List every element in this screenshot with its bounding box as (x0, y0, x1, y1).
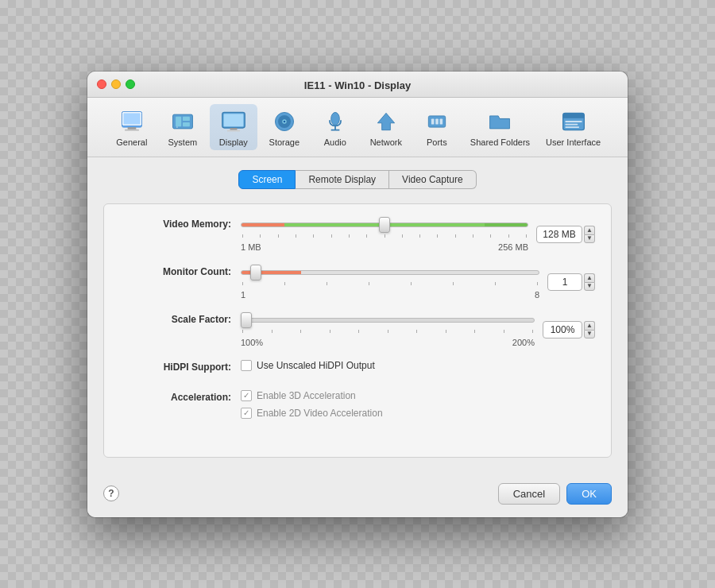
settings-panel: Video Memory: (103, 203, 612, 458)
video-memory-up[interactable]: ▲ (584, 226, 595, 234)
svg-point-9 (176, 126, 178, 128)
toolbar-label-storage: Storage (269, 137, 300, 147)
svg-rect-22 (431, 118, 435, 124)
monitor-count-label: Monitor Count: (120, 265, 231, 277)
monitor-count-value-box: ▲ ▼ (547, 273, 595, 291)
video-memory-row: Video Memory: (120, 217, 595, 252)
cancel-button[interactable]: Cancel (498, 483, 560, 505)
svg-rect-3 (128, 127, 137, 130)
scale-factor-row: Scale Factor: (120, 312, 595, 347)
tab-bar: Screen Remote Display Video Capture (103, 170, 612, 189)
video-memory-input[interactable] (536, 226, 582, 243)
monitor-count-thumb[interactable] (250, 265, 261, 280)
window-title: IE11 - Win10 - Display (304, 79, 411, 91)
toolbar: General System (87, 98, 628, 157)
toolbar-item-network[interactable]: Network (362, 104, 410, 150)
toolbar-item-general[interactable]: General (108, 104, 156, 150)
scale-factor-input[interactable] (543, 321, 582, 338)
video-memory-stepper: ▲ ▼ (584, 226, 595, 243)
video-memory-max: 256 MB (498, 242, 528, 252)
scale-factor-value-box: ▲ ▼ (543, 321, 595, 338)
svg-rect-8 (183, 122, 190, 126)
monitor-count-min: 1 (241, 290, 245, 300)
svg-rect-6 (176, 116, 181, 126)
acceleration-control: ✓ Enable 3D Acceleration ✓ Enable 2D Vid… (241, 390, 595, 425)
tab-video-capture[interactable]: Video Capture (389, 170, 477, 189)
tab-screen[interactable]: Screen (238, 170, 296, 189)
video-memory-control: 1 MB 256 MB ▲ ▼ (241, 217, 595, 252)
svg-rect-11 (223, 114, 243, 126)
svg-rect-12 (230, 128, 237, 130)
acceleration-3d-checkbox[interactable]: ✓ (241, 390, 252, 401)
toolbar-item-audio[interactable]: Audio (311, 104, 359, 150)
acceleration-3d-label: Enable 3D Acceleration (257, 390, 356, 401)
main-window: IE11 - Win10 - Display General (87, 72, 628, 517)
storage-icon (270, 107, 299, 136)
acceleration-3d-row: ✓ Enable 3D Acceleration (241, 390, 595, 401)
monitor-count-input[interactable] (547, 273, 582, 291)
toolbar-item-shared-folders[interactable]: Shared Folders (464, 104, 536, 150)
scale-factor-down[interactable]: ▼ (584, 330, 595, 338)
toolbar-label-system: System (168, 137, 198, 147)
svg-point-17 (284, 120, 286, 122)
window-controls (97, 79, 135, 89)
shared-folders-icon (485, 107, 514, 136)
monitor-count-up[interactable]: ▲ (584, 273, 595, 282)
toolbar-label-display: Display (219, 137, 248, 147)
system-icon (168, 107, 197, 136)
acceleration-label: Acceleration: (120, 390, 231, 403)
maximize-button[interactable] (126, 79, 135, 89)
display-icon (219, 107, 248, 136)
acceleration-2d-label: Enable 2D Video Acceleration (257, 408, 383, 419)
scale-factor-min: 100% (241, 338, 263, 347)
ok-button[interactable]: OK (566, 483, 612, 505)
acceleration-2d-checkbox[interactable]: ✓ (241, 408, 252, 419)
acceleration-2d-row: ✓ Enable 2D Video Acceleration (241, 408, 595, 419)
scale-factor-thumb[interactable] (241, 312, 252, 328)
toolbar-item-display[interactable]: Display (210, 104, 257, 150)
toolbar-item-system[interactable]: System (159, 104, 207, 150)
svg-rect-23 (435, 118, 439, 124)
svg-rect-4 (125, 129, 139, 130)
video-memory-label: Video Memory: (120, 217, 231, 230)
video-memory-thumb[interactable] (379, 217, 390, 233)
content-area: Screen Remote Display Video Capture Vide… (87, 157, 628, 474)
toolbar-item-ports[interactable]: Ports (413, 104, 461, 150)
toolbar-label-ports: Ports (427, 137, 447, 147)
tab-remote-display[interactable]: Remote Display (296, 170, 389, 189)
video-memory-down[interactable]: ▼ (584, 234, 595, 243)
monitor-count-down[interactable]: ▼ (584, 282, 595, 291)
svg-point-18 (331, 112, 340, 125)
scale-factor-stepper: ▲ ▼ (584, 321, 595, 338)
svg-rect-30 (565, 126, 579, 128)
monitor-count-max: 8 (535, 290, 539, 300)
monitor-count-stepper: ▲ ▼ (584, 273, 595, 291)
hidpi-control: Use Unscaled HiDPI Output (241, 360, 595, 377)
toolbar-label-user-interface: User Interface (546, 137, 601, 147)
toolbar-item-storage[interactable]: Storage (261, 104, 308, 150)
svg-rect-24 (439, 118, 443, 124)
svg-rect-29 (565, 123, 578, 125)
hidpi-checkbox-row: Use Unscaled HiDPI Output (241, 360, 595, 371)
toolbar-label-network: Network (370, 137, 402, 147)
monitor-count-control: 1 8 ▲ ▼ (241, 265, 595, 300)
hidpi-row: HiDPI Support: Use Unscaled HiDPI Output (120, 360, 595, 377)
user-interface-icon (559, 107, 588, 136)
footer-buttons: Cancel OK (498, 483, 612, 505)
help-button[interactable]: ? (103, 485, 119, 501)
svg-rect-13 (227, 130, 240, 131)
close-button[interactable] (97, 79, 106, 89)
minimize-button[interactable] (111, 79, 121, 89)
titlebar: IE11 - Win10 - Display (87, 72, 628, 98)
hidpi-checkbox[interactable] (241, 360, 252, 371)
general-icon (118, 107, 146, 136)
scale-factor-max: 200% (512, 338, 535, 347)
scale-factor-label: Scale Factor: (120, 312, 231, 325)
toolbar-label-shared-folders: Shared Folders (470, 137, 530, 147)
svg-rect-2 (123, 113, 140, 124)
video-memory-value-box: ▲ ▼ (536, 226, 595, 243)
network-icon (372, 107, 400, 136)
toolbar-item-user-interface[interactable]: User Interface (539, 104, 607, 150)
scale-factor-control: 100% 200% ▲ ▼ (241, 312, 595, 347)
scale-factor-up[interactable]: ▲ (584, 321, 595, 330)
